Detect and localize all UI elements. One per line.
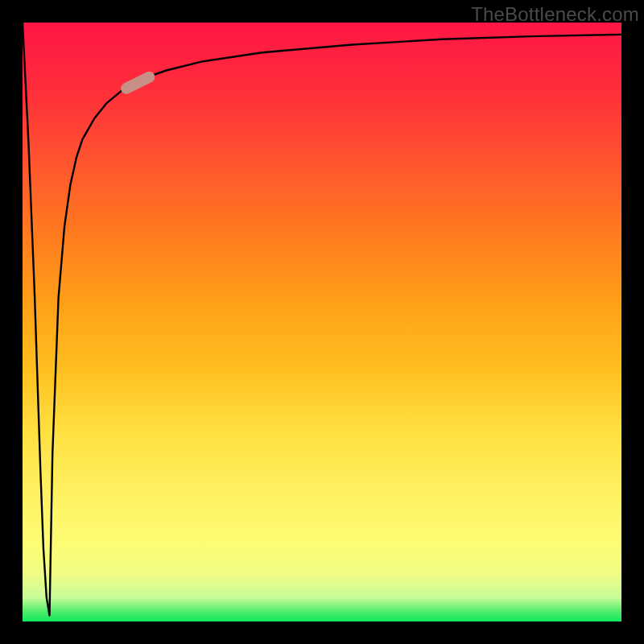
bottleneck-curve <box>23 23 621 616</box>
chart-container: TheBottleneck.com <box>0 0 644 644</box>
watermark-text: TheBottleneck.com <box>471 3 639 26</box>
curve-highlight-marker <box>119 69 157 96</box>
curve-layer <box>23 23 621 621</box>
